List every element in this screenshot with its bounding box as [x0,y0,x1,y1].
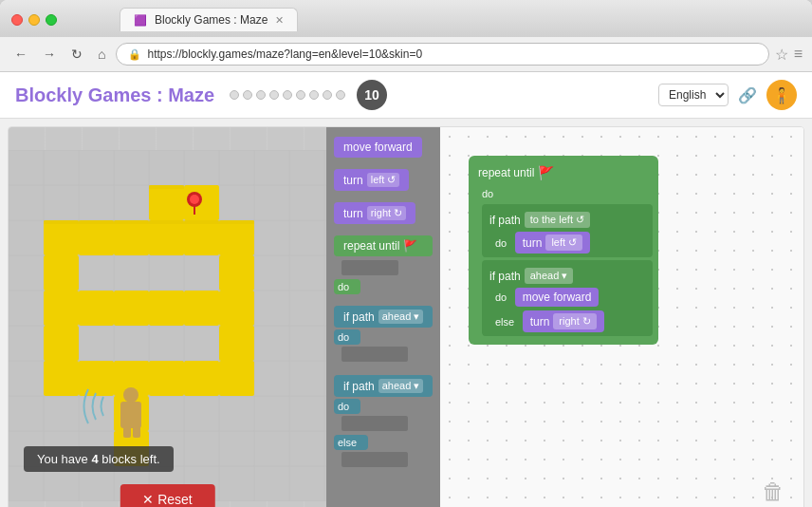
svg-rect-30 [44,220,254,224]
level-dot-7 [309,90,319,100]
svg-rect-8 [149,220,184,255]
to-the-left-dropdown[interactable]: to the left ↺ [525,212,590,228]
forward-button[interactable]: → [38,45,61,64]
level-dot-1 [230,90,239,100]
app-title: Blockly Games : Maze [15,84,214,106]
link-icon[interactable]: 🔗 [738,86,757,104]
toolbox-turn-left: turn left ↺ [334,169,433,191]
level-dot-5 [283,90,292,100]
header-left: Blockly Games : Maze 10 [15,80,387,110]
maximize-dot[interactable] [46,14,57,26]
tab-title: Blockly Games : Maze [155,13,268,27]
toolbox-if-path-1: if path ahead ▾ do [334,306,433,364]
svg-rect-12 [219,255,254,291]
toolbox-block-if-path-2[interactable]: if path ahead ▾ [334,375,433,397]
svg-rect-18 [219,291,254,326]
character-avatar[interactable]: 🧍 [766,80,797,110]
if-ahead-do: do move forward [495,288,649,307]
level-dot-3 [256,90,266,100]
level-dot-4 [269,90,279,100]
svg-rect-5 [44,220,79,255]
trash-icon[interactable]: 🗑 [762,479,784,505]
refresh-button[interactable]: ↻ [66,45,87,64]
svg-rect-21 [44,361,79,396]
if-do-slot-2 [341,416,408,431]
move-forward-label: move forward [523,291,592,304]
url-text: https://blockly.games/maze?lang=en&level… [147,47,422,61]
tab-close-button[interactable]: ✕ [275,14,284,27]
turn-right-dropdown[interactable]: right ↻ [367,206,406,220]
home-button[interactable]: ⌂ [93,45,110,64]
title-bar: 🟪 Blockly Games : Maze ✕ [0,0,812,37]
level-dot-6 [296,90,305,100]
language-select[interactable]: English [658,84,729,106]
toolbox-block-turn-left[interactable]: turn left ↺ [334,169,409,191]
toolbox-do-label: do [334,279,360,294]
header-right: English 🔗 🧍 [658,80,797,110]
window-controls: 🟪 Blockly Games : Maze ✕ [11,8,801,31]
turn-right-ws-dropdown[interactable]: right ↻ [553,313,596,329]
nav-bar: ← → ↻ ⌂ 🔒 https://blockly.games/maze?lan… [0,37,812,72]
blocks-left-text: You have 4 blocks left. [37,452,160,466]
else-slot [341,452,408,467]
close-dot[interactable] [11,14,23,26]
toolbox-block-move-forward[interactable]: move forward [334,137,422,158]
bookmark-icon[interactable]: ☆ [775,46,788,64]
browser-window: 🟪 Blockly Games : Maze ✕ ← → ↻ ⌂ 🔒 https… [0,0,812,507]
if-path-dropdown-1[interactable]: ahead ▾ [378,310,424,324]
svg-rect-6 [79,220,114,255]
repeat-do-section: do if path to the left ↺ do turn [482,184,653,336]
turn-left-action[interactable]: turn left ↺ [515,232,590,254]
menu-icon[interactable]: ≡ [794,46,803,63]
svg-rect-19 [44,326,79,361]
turn-right-else-action[interactable]: turn right ↻ [523,310,604,332]
lock-icon: 🔒 [128,48,141,61]
toolbox-block-turn-right[interactable]: turn right ↻ [334,202,415,224]
svg-rect-3 [149,185,184,220]
svg-rect-24 [149,361,184,396]
maze-panel: You have 4 blocks left. ✕ Reset [9,127,326,507]
svg-rect-20 [219,326,254,361]
svg-rect-14 [79,291,114,326]
turn-left-dropdown[interactable]: left ↺ [367,173,400,187]
turn-left-ws-dropdown[interactable]: left ↺ [545,235,582,251]
browser-tab[interactable]: 🟪 Blockly Games : Maze ✕ [120,8,298,31]
svg-rect-11 [44,255,79,291]
toolbox-block-if-path-1[interactable]: if path ahead ▾ [334,306,433,328]
toolbox-if-do-label-2: do [334,399,360,414]
svg-point-35 [123,387,138,403]
reset-button[interactable]: ✕ Reset [120,484,214,507]
app-header: Blockly Games : Maze 10 English 🔗 🧍 [0,72,812,119]
toolbox-if-do-label: do [334,329,360,345]
svg-point-32 [190,195,199,204]
toolbox-repeat-until: repeat until 🚩 do [334,235,433,294]
reset-button-container: ✕ Reset [120,484,214,507]
minimize-dot[interactable] [28,14,40,26]
toolbox-turn-right: turn right ↻ [334,202,433,224]
back-button[interactable]: ← [9,45,32,64]
if-path-left-row: if path to the left ↺ [486,210,649,230]
svg-rect-29 [149,185,184,189]
main-content: You have 4 blocks left. ✕ Reset move for… [8,126,804,507]
toolbox-if-path-2: if path ahead ▾ do else [334,375,433,469]
tab-favicon: 🟪 [134,14,147,27]
svg-rect-26 [219,361,254,396]
url-bar[interactable]: 🔒 https://blockly.games/maze?lang=en&lev… [116,43,768,66]
if-path-dropdown-2[interactable]: ahead ▾ [378,379,424,393]
repeat-header-row: repeat until 🚩 [474,163,653,182]
repeat-do-slot [341,260,398,275]
toolbox-panel: move forward turn left ↺ turn right ↻ [326,127,440,507]
svg-rect-10 [219,220,254,255]
svg-rect-36 [123,426,131,438]
svg-rect-13 [44,291,79,326]
ahead-dropdown[interactable]: ahead ▾ [525,268,574,284]
tabs-bar: 🟪 Blockly Games : Maze ✕ [120,8,298,31]
if-path-ahead-block: if path ahead ▾ do move forward else [482,260,653,336]
move-forward-action[interactable]: move forward [515,288,600,307]
level-dot-9 [336,90,345,100]
toolbox-block-repeat[interactable]: repeat until 🚩 [334,235,433,256]
level-dot-2 [243,90,252,100]
if-path-left-block: if path to the left ↺ do turn left ↺ [482,204,653,257]
svg-rect-15 [114,291,149,326]
toolbox-else-label: else [334,435,368,450]
